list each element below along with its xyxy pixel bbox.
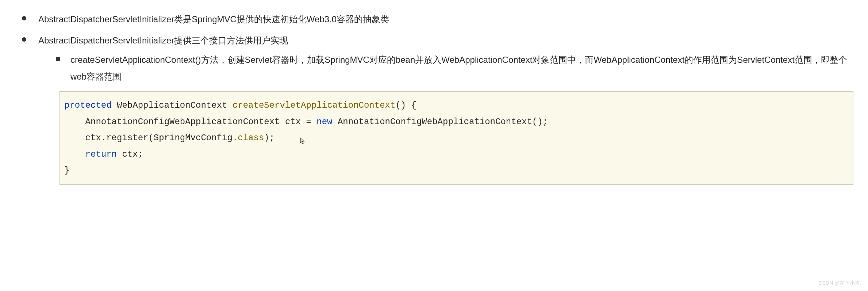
code-line2-post: AnnotationConfigWebApplicationContext(); — [333, 117, 548, 127]
code-method-name: createServletApplicationContext — [233, 100, 395, 110]
code-keyword-protected: protected — [64, 100, 112, 110]
code-line5: } — [64, 165, 69, 175]
code-keyword-return: return — [85, 149, 117, 159]
code-line2-pre: AnnotationConfigWebApplicationContext ct… — [64, 117, 316, 127]
code-block: protected WebApplicationContext createSe… — [59, 91, 853, 185]
code-type: WebApplicationContext — [112, 100, 233, 110]
bullet-text-2: AbstractDispatcherServletInitializer提供三个… — [38, 35, 288, 45]
bullet-list-inner: createServletApplicationContext()方法，创建Se… — [38, 51, 853, 85]
bullet-text-1: AbstractDispatcherServletInitializer类是Sp… — [38, 14, 389, 24]
sub-bullet-item-1: createServletApplicationContext()方法，创建Se… — [56, 51, 853, 85]
bullet-item-1: AbstractDispatcherServletInitializer类是Sp… — [22, 11, 853, 28]
code-line4-pre — [64, 149, 85, 159]
code-line3-pre: ctx.register(SpringMvcConfig. — [64, 133, 238, 143]
code-keyword-new: new — [316, 117, 332, 127]
bullet-list-outer: AbstractDispatcherServletInitializer类是Sp… — [15, 11, 853, 185]
code-line3-post: ); — [264, 133, 274, 143]
code-line4-post: ctx; — [117, 149, 143, 159]
cursor-icon — [300, 138, 305, 144]
bullet-item-2: AbstractDispatcherServletInitializer提供三个… — [22, 32, 853, 185]
code-line1-rest: () { — [395, 100, 416, 110]
sub-bullet-text-1: createServletApplicationContext()方法，创建Se… — [70, 55, 847, 81]
code-keyword-class: class — [238, 133, 264, 143]
